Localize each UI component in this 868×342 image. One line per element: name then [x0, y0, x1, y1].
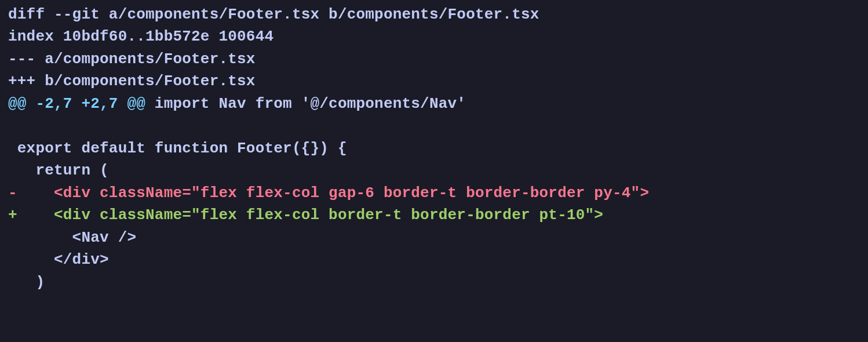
diff-context-line: <Nav />	[8, 229, 136, 246]
diff-file-a-line: --- a/components/Footer.tsx	[8, 50, 256, 68]
diff-deletion-line: - <div className="flex flex-col gap-6 bo…	[8, 184, 649, 202]
diff-context-line: export default function Footer({}) {	[8, 140, 347, 157]
diff-context-line: </div>	[8, 251, 109, 268]
diff-hunk-header: @@ -2,7 +2,7 @@	[8, 95, 155, 112]
diff-context-line: return (	[8, 162, 109, 179]
diff-header-line: diff --git a/components/Footer.tsx b/com…	[8, 6, 539, 23]
diff-index-line: index 10bdf60..1bb572e 100644	[8, 28, 273, 45]
diff-hunk-context: import Nav from '@/components/Nav'	[155, 95, 466, 112]
diff-context-line	[8, 117, 17, 134]
diff-file-b-line: +++ b/components/Footer.tsx	[8, 72, 256, 90]
diff-addition-line: + <div className="flex flex-col border-t…	[8, 206, 603, 224]
diff-context-line: )	[8, 274, 45, 291]
git-diff-output: diff --git a/components/Footer.tsx b/com…	[0, 0, 868, 293]
